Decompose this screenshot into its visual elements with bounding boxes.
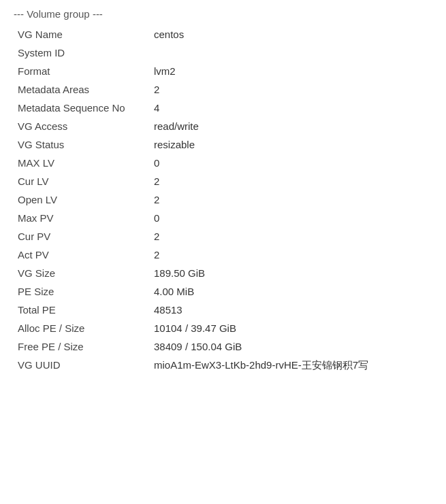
row-value: resizable (150, 135, 432, 154)
row-label: VG Status (14, 135, 150, 154)
row-value: 4 (150, 99, 432, 117)
row-label: Cur LV (14, 172, 150, 190)
table-row: System ID (14, 44, 432, 62)
row-label: VG Size (14, 264, 150, 282)
table-row: MAX LV0 (14, 154, 432, 172)
table-row: VG Accessread/write (14, 117, 432, 135)
table-row: Metadata Areas2 (14, 80, 432, 99)
table-row: Act PV2 (14, 246, 432, 264)
row-label: Total PE (14, 301, 150, 319)
table-row: Cur PV2 (14, 227, 432, 246)
row-value: 10104 / 39.47 GiB (150, 319, 432, 337)
table-row: Free PE / Size38409 / 150.04 GiB (14, 337, 432, 356)
table-row: Metadata Sequence No4 (14, 99, 432, 117)
row-label: Alloc PE / Size (14, 319, 150, 337)
row-label: Cur PV (14, 227, 150, 246)
row-value: 48513 (150, 301, 432, 319)
table-row: VG Namecentos (14, 25, 432, 44)
row-value: read/write (150, 117, 432, 135)
table-row: Formatlvm2 (14, 62, 432, 80)
row-label: Act PV (14, 246, 150, 264)
row-value: centos (150, 25, 432, 44)
row-label: VG Access (14, 117, 150, 135)
table-row: Alloc PE / Size10104 / 39.47 GiB (14, 319, 432, 337)
row-value: 38409 / 150.04 GiB (150, 337, 432, 356)
table-row: VG UUIDmioA1m-EwX3-LtKb-2hd9-rvHE-王安锦钢积7… (14, 356, 432, 375)
table-row: VG Statusresizable (14, 135, 432, 154)
row-label: Open LV (14, 190, 150, 209)
row-value: 2 (150, 172, 432, 190)
row-label: Metadata Sequence No (14, 99, 150, 117)
row-value: 0 (150, 209, 432, 227)
table-row: Total PE48513 (14, 301, 432, 319)
row-label: Max PV (14, 209, 150, 227)
table-row: VG Size189.50 GiB (14, 264, 432, 282)
row-label: System ID (14, 44, 150, 62)
row-label: VG UUID (14, 356, 150, 375)
table-row: Cur LV2 (14, 172, 432, 190)
row-label: MAX LV (14, 154, 150, 172)
row-label: Free PE / Size (14, 337, 150, 356)
section-header: --- Volume group --- (14, 8, 432, 20)
row-value: 2 (150, 80, 432, 99)
row-value: 0 (150, 154, 432, 172)
row-label: Metadata Areas (14, 80, 150, 99)
row-value: lvm2 (150, 62, 432, 80)
row-value: 189.50 GiB (150, 264, 432, 282)
row-value: 2 (150, 190, 432, 209)
row-value (150, 44, 432, 62)
row-label: VG Name (14, 25, 150, 44)
row-value: 2 (150, 227, 432, 246)
info-table: VG NamecentosSystem IDFormatlvm2Metadata… (14, 25, 432, 375)
row-value: 4.00 MiB (150, 282, 432, 301)
table-row: Max PV0 (14, 209, 432, 227)
table-row: PE Size4.00 MiB (14, 282, 432, 301)
row-value: 2 (150, 246, 432, 264)
row-value: mioA1m-EwX3-LtKb-2hd9-rvHE-王安锦钢积7写 (150, 356, 432, 375)
row-label: PE Size (14, 282, 150, 301)
table-row: Open LV2 (14, 190, 432, 209)
row-label: Format (14, 62, 150, 80)
